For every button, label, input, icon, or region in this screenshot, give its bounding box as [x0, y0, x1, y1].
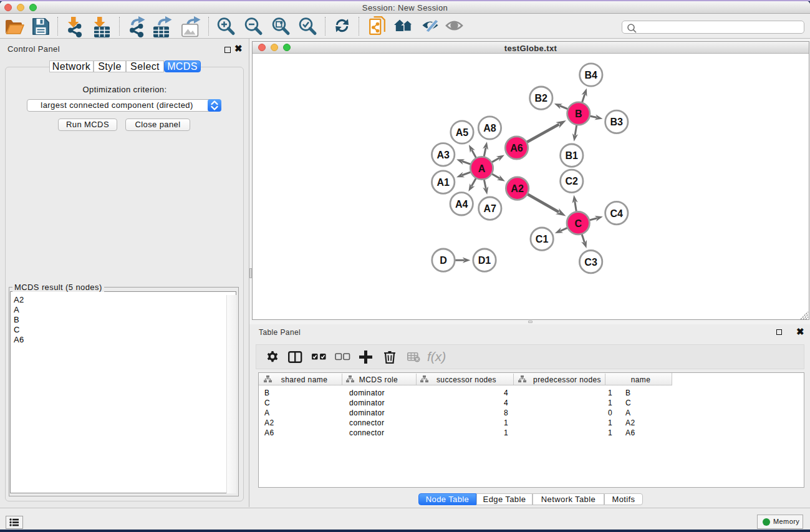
svg-text:A4: A4	[455, 199, 468, 210]
svg-text:A6: A6	[510, 143, 523, 153]
svg-text:A1: A1	[436, 177, 450, 188]
svg-text:D1: D1	[478, 255, 491, 266]
svg-text:f(x): f(x)	[427, 349, 446, 364]
svg-text:A: A	[478, 163, 486, 174]
svg-text:B3: B3	[610, 117, 624, 127]
svg-text:C: C	[574, 218, 582, 229]
svg-text:B2: B2	[535, 93, 548, 104]
svg-text:B4: B4	[585, 70, 598, 80]
svg-text:A5: A5	[456, 127, 469, 138]
svg-text:C2: C2	[566, 176, 579, 186]
svg-text:A7: A7	[484, 203, 497, 214]
svg-text:D: D	[440, 255, 447, 266]
svg-text:C3: C3	[584, 257, 597, 268]
svg-text:C1: C1	[536, 234, 549, 244]
svg-text:A2: A2	[511, 183, 524, 194]
svg-text:A8: A8	[483, 123, 496, 133]
svg-text:B1: B1	[566, 150, 579, 161]
svg-text:C4: C4	[610, 208, 624, 219]
svg-text:A3: A3	[436, 150, 450, 160]
svg-text:B: B	[575, 109, 582, 119]
